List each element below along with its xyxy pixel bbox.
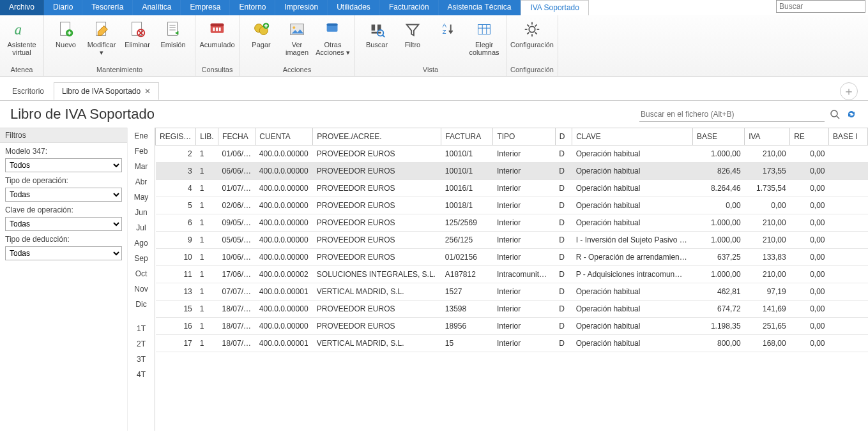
cell: Interior — [493, 283, 555, 301]
month-ago[interactable]: Ago — [134, 239, 148, 248]
table-row[interactable]: 16118/07/…400.0.0.00000PROVEEDOR EUROS18… — [156, 318, 868, 335]
month-abr[interactable]: Abr — [135, 177, 148, 186]
cell: Operación habitual — [572, 163, 693, 180]
close-icon[interactable]: ✕ — [144, 87, 151, 96]
cell — [829, 180, 868, 197]
refresh-icon[interactable] — [845, 108, 858, 121]
month-2t[interactable]: 2T — [137, 339, 146, 348]
ribbon-config-button[interactable]: Configuración — [514, 17, 550, 66]
global-search-input[interactable] — [776, 0, 865, 13]
table-row[interactable]: 2101/06/…400.0.0.00000PROVEEDOR EUROS100… — [156, 145, 868, 163]
cell: 251,65 — [745, 318, 790, 335]
ribbon-buscar-button[interactable]: Buscar — [359, 17, 395, 66]
file-search-input[interactable] — [639, 107, 825, 122]
ribbon-pagar-button[interactable]: Pagar — [243, 17, 279, 66]
menu-item-anal-tica[interactable]: Analítica — [133, 0, 181, 15]
table-row[interactable]: 13107/07/…400.0.0.00001VERTICAL MADRID, … — [156, 283, 868, 301]
ribbon-otras-button[interactable]: OtrasAcciones ▾ — [315, 17, 351, 66]
ribbon-filtro-button[interactable]: Filtro — [395, 17, 430, 66]
filter-tipo-ded-select[interactable]: Todas — [5, 246, 122, 260]
column-header[interactable]: CUENTA — [255, 128, 313, 145]
ribbon-label: Buscar — [366, 41, 388, 48]
cell: 173,55 — [745, 163, 790, 180]
config-icon — [522, 19, 542, 40]
cell: 462,81 — [693, 283, 745, 301]
menu-item-impresi-n[interactable]: Impresión — [275, 0, 328, 15]
cell — [829, 145, 868, 163]
column-header[interactable]: REGIS… — [156, 128, 196, 145]
month-4t[interactable]: 4T — [137, 370, 146, 379]
column-header[interactable]: D — [555, 128, 572, 145]
acumulado-icon — [207, 19, 227, 40]
cell — [829, 335, 868, 352]
table-row[interactable]: 6109/05/…400.0.0.00000PROVEEDOR EUROS125… — [156, 214, 868, 232]
filter-modelo347-select[interactable]: Todos — [5, 158, 122, 172]
menu-item-entorno[interactable]: Entorno — [230, 0, 275, 15]
column-header[interactable]: IVA — [745, 128, 790, 145]
menu-item-empresa[interactable]: Empresa — [181, 0, 230, 15]
add-tab-button[interactable]: ＋ — [840, 82, 858, 100]
menu-item-asistencia-t-cnica[interactable]: Asistencia Técnica — [439, 0, 521, 15]
filter-clave-op-select[interactable]: Todas — [5, 217, 122, 231]
month-oct[interactable]: Oct — [135, 269, 148, 278]
month-3t[interactable]: 3T — [137, 355, 146, 364]
tab-escritorio[interactable]: Escritorio — [4, 82, 52, 100]
ribbon-verimagen-button[interactable]: Verimagen — [279, 17, 315, 66]
cell: 0,00 — [790, 232, 829, 249]
column-header[interactable]: LIB. — [196, 128, 218, 145]
grid-scroll[interactable]: REGIS…LIB.FECHACUENTAPROVEE./ACREE.FACTU… — [155, 128, 868, 431]
column-header[interactable]: TIPO — [493, 128, 555, 145]
cell: 17/06/… — [218, 266, 255, 283]
column-header[interactable]: BASE — [693, 128, 745, 145]
column-header[interactable]: FECHA — [218, 128, 255, 145]
cell: PROVEEDOR EUROS — [313, 145, 441, 163]
month-feb[interactable]: Feb — [135, 147, 148, 156]
filter-tipo-op-select[interactable]: Todas — [5, 188, 122, 202]
table-row[interactable]: 17118/07/…400.0.0.00001VERTICAL MADRID, … — [156, 335, 868, 352]
ribbon-modificar-button[interactable]: Modificar▾ — [84, 17, 119, 66]
menu-item-iva-soportado[interactable]: IVA Soportado — [521, 0, 589, 15]
menu-item-tesorer-a[interactable]: Tesorería — [82, 0, 133, 15]
table-row[interactable]: 5102/06/…400.0.0.00000PROVEEDOR EUROS100… — [156, 197, 868, 214]
cell: 210,00 — [745, 145, 790, 163]
month-may[interactable]: May — [134, 193, 149, 202]
table-row[interactable]: 10110/06/…400.0.0.00000PROVEEDOR EUROS01… — [156, 249, 868, 266]
ribbon-asistente-button[interactable]: aAsistentevirtual — [4, 17, 40, 66]
month-ene[interactable]: Ene — [134, 131, 148, 140]
cell: PROVEEDOR EUROS — [313, 232, 441, 249]
ribbon-label: Filtro — [405, 41, 420, 48]
month-1t[interactable]: 1T — [137, 324, 146, 333]
month-dic[interactable]: Dic — [135, 300, 146, 309]
search-icon[interactable] — [828, 108, 841, 121]
column-header[interactable]: PROVEE./ACREE. — [313, 128, 441, 145]
column-header[interactable]: RE — [790, 128, 829, 145]
ribbon-emision-button[interactable]: Emisión — [155, 17, 191, 66]
ribbon-acumulado-button[interactable]: Acumulado — [199, 17, 235, 66]
table-row[interactable]: 9105/05/…400.0.0.00000PROVEEDOR EUROS256… — [156, 232, 868, 249]
ribbon-eliminar-button[interactable]: Eliminar — [119, 17, 155, 66]
cell: D — [555, 214, 572, 232]
column-header[interactable]: FACTURA — [441, 128, 493, 145]
table-row[interactable]: 11117/06/…400.0.0.00002SOLUCIONES INTEGR… — [156, 266, 868, 283]
global-search[interactable] — [776, 0, 865, 15]
table-row[interactable]: 3106/06/…400.0.0.00000PROVEEDOR EUROS100… — [156, 163, 868, 180]
ribbon-nuevo-button[interactable]: Nuevo — [48, 17, 84, 66]
month-jun[interactable]: Jun — [135, 208, 147, 217]
cell: 400.0.0.00000 — [255, 197, 313, 214]
column-header[interactable]: CLAVE — [572, 128, 693, 145]
ribbon-orden-button[interactable]: AZ — [430, 17, 466, 66]
cell: 1 — [196, 335, 218, 352]
month-nov[interactable]: Nov — [134, 285, 148, 294]
month-mar[interactable]: Mar — [135, 162, 148, 171]
month-sep[interactable]: Sep — [134, 254, 148, 263]
menu-item-utilidades[interactable]: Utilidades — [328, 0, 380, 15]
menu-item-archivo[interactable]: Archivo — [0, 0, 44, 15]
ribbon-columnas-button[interactable]: Elegircolumnas — [466, 17, 502, 66]
table-row[interactable]: 4101/07/…400.0.0.00000PROVEEDOR EUROS100… — [156, 180, 868, 197]
menu-item-facturaci-n[interactable]: Facturación — [380, 0, 439, 15]
menu-item-diario[interactable]: Diario — [44, 0, 82, 15]
table-row[interactable]: 15118/07/…400.0.0.00000PROVEEDOR EUROS13… — [156, 301, 868, 318]
tab-libro-de-iva-soportado[interactable]: Libro de IVA Soportado✕ — [54, 82, 159, 100]
month-jul[interactable]: Jul — [136, 223, 146, 232]
column-header[interactable]: BASE I — [829, 128, 868, 145]
